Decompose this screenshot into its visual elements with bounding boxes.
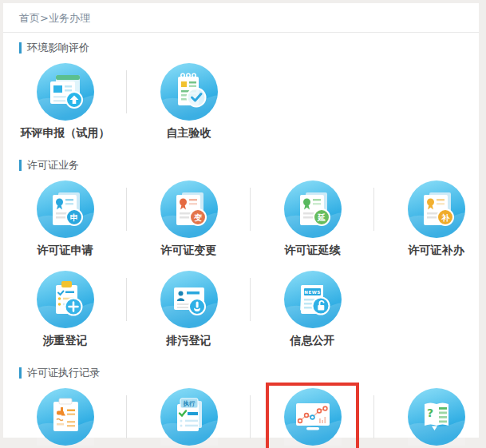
notepad-check-icon bbox=[160, 63, 218, 121]
section-header-exec-records: 许可证执行记录 bbox=[19, 366, 479, 380]
app-item-label: 许可证延续 bbox=[285, 244, 341, 258]
section-accent-bar bbox=[19, 160, 22, 171]
app-item-label: 涉重登记 bbox=[43, 334, 88, 348]
app-item-label: 许可证补办 bbox=[409, 244, 464, 258]
svg-text:补: 补 bbox=[441, 213, 450, 222]
section-header-eia: 环境影响评价 bbox=[19, 41, 479, 55]
app-item-heavy-metal-register[interactable]: 涉重登记 bbox=[3, 271, 127, 348]
app-item-label: 排污登记 bbox=[167, 334, 211, 348]
app-item-label: 许可证申请 bbox=[38, 244, 93, 258]
section-accent-bar bbox=[19, 42, 22, 54]
section-header-license: 许可证业务 bbox=[19, 158, 479, 172]
clipboard-plus-icon bbox=[37, 271, 94, 328]
section-accent-bar bbox=[19, 367, 22, 379]
app-item-license-apply[interactable]: 申 许可证申请 bbox=[3, 180, 127, 258]
svg-text:?: ? bbox=[426, 406, 433, 419]
upload-documents-icon bbox=[37, 63, 94, 121]
app-item-ledger-records[interactable]: 台账记录 bbox=[3, 388, 127, 448]
section-title: 环境影响评价 bbox=[27, 41, 89, 55]
svg-text:变: 变 bbox=[193, 213, 203, 222]
id-card-hand-icon bbox=[160, 271, 218, 328]
app-item-correction-rules[interactable]: ? 改正规定 bbox=[374, 388, 486, 448]
app-item-label: 自主验收 bbox=[167, 126, 211, 141]
app-item-label: 信息公开 bbox=[290, 334, 335, 348]
app-item-self-acceptance[interactable]: 自主验收 bbox=[127, 63, 251, 141]
app-item-info-disclosure[interactable]: NEWS 信息公开 bbox=[251, 271, 374, 348]
app-item-license-renew[interactable]: 延 许可证延续 bbox=[251, 180, 374, 258]
app-item-label: 许可证变更 bbox=[161, 244, 217, 258]
section-eia-row: 环评申报（试用） 自主验收 bbox=[3, 63, 479, 141]
section-license-row-2: 涉重登记 排污登记 bbox=[3, 271, 479, 348]
section-title: 许可证业务 bbox=[27, 158, 79, 172]
svg-text:执行: 执行 bbox=[182, 400, 196, 407]
certificate-apply-icon: 申 bbox=[37, 180, 94, 238]
app-item-pollution-register[interactable]: 排污登记 bbox=[127, 271, 251, 348]
svg-text:NEWS: NEWS bbox=[304, 290, 320, 295]
app-item-monitoring-records[interactable]: 监测记录 bbox=[251, 388, 374, 448]
certificate-renew-icon: 延 bbox=[284, 180, 342, 238]
business-handling-page: 首页>业务办理 环境影响评价 环评申报（试用） bbox=[3, 3, 479, 438]
section-license-row-1: 申 许可证申请 变 许可证变更 bbox=[3, 180, 479, 258]
app-item-label: 环评申报（试用） bbox=[21, 126, 110, 141]
section-title: 许可证执行记录 bbox=[27, 366, 100, 380]
certificate-reissue-icon: 补 bbox=[408, 180, 465, 238]
breadcrumb-divider bbox=[3, 32, 479, 33]
svg-text:延: 延 bbox=[317, 213, 326, 222]
app-item-license-reissue[interactable]: 补 许可证补办 bbox=[374, 180, 486, 258]
app-item-license-change[interactable]: 变 许可证变更 bbox=[127, 180, 251, 258]
monitor-chart-icon bbox=[284, 388, 342, 446]
section-exec-row: 台账记录 执行 执行报告 bbox=[3, 388, 479, 448]
breadcrumb[interactable]: 首页>业务办理 bbox=[3, 3, 479, 32]
certificate-change-icon: 变 bbox=[160, 180, 218, 238]
exec-report-icon: 执行 bbox=[160, 388, 218, 446]
svg-text:申: 申 bbox=[70, 213, 78, 222]
ledger-faucet-icon bbox=[37, 388, 94, 446]
book-question-icon: ? bbox=[408, 388, 465, 446]
app-item-exec-report[interactable]: 执行 执行报告 bbox=[127, 388, 251, 448]
news-unlock-icon: NEWS bbox=[284, 271, 342, 328]
app-item-eia-declare[interactable]: 环评申报（试用） bbox=[3, 63, 127, 141]
